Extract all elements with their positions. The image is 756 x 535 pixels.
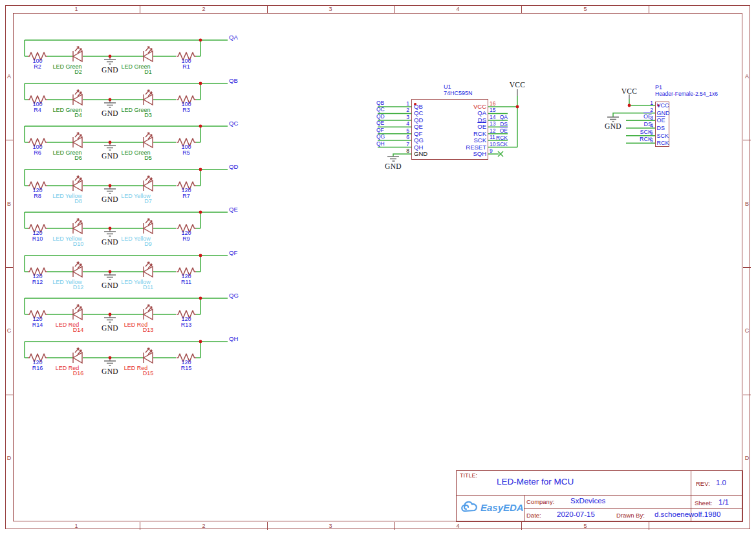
company-value[interactable]: SxDevices	[570, 497, 605, 505]
row-label: A	[744, 73, 750, 80]
led-ref[interactable]: D14	[59, 327, 98, 333]
pin-name: QC	[414, 109, 423, 116]
led-ref[interactable]: D5	[129, 155, 167, 161]
net-label[interactable]: QE	[376, 120, 384, 126]
net-label[interactable]: QD	[229, 163, 238, 170]
resistor-ref[interactable]: R1	[173, 63, 199, 70]
resistor-ref[interactable]: R5	[173, 149, 199, 156]
header-ref[interactable]: P1	[655, 84, 662, 91]
title-block-divider	[524, 508, 743, 509]
led-ref[interactable]: D13	[129, 327, 167, 333]
led-ref[interactable]: D1	[129, 69, 167, 75]
junction-dot	[109, 141, 112, 144]
pin-name: VCC	[657, 102, 669, 109]
ic-ref[interactable]: U1	[444, 83, 451, 90]
pin-number: 11	[490, 134, 500, 140]
pin-name: QF	[414, 130, 422, 137]
led-row[interactable]: QH 120 R16 LED Red D16 GND LED Red D15 1…	[19, 335, 249, 377]
led-ref[interactable]: D9	[129, 241, 167, 247]
sheet-value[interactable]: 1/1	[718, 498, 729, 506]
date-value[interactable]: 2020-07-15	[557, 510, 595, 518]
net-label[interactable]: QE	[229, 206, 238, 213]
led-ref[interactable]: D6	[59, 155, 98, 161]
pin-name: QB	[414, 103, 423, 110]
resistor-ref[interactable]: R9	[173, 235, 199, 242]
net-label[interactable]: RCK	[625, 136, 652, 142]
led-row[interactable]: QG 120 R14 LED Red D14 GND LED Red D13 1…	[19, 292, 249, 333]
resistor-ref[interactable]: R3	[173, 107, 199, 113]
led-ref[interactable]: D10	[59, 241, 98, 247]
led-ref[interactable]: D8	[59, 198, 98, 204]
net-label[interactable]: QF	[229, 249, 237, 256]
vcc-flag-label[interactable]: VCC	[618, 87, 641, 95]
net-label[interactable]: QG	[229, 292, 239, 299]
gnd-flag-label[interactable]: GND	[600, 122, 626, 130]
junction-dot	[199, 340, 202, 343]
rev-value[interactable]: 1.0	[716, 479, 726, 486]
ic-part-name[interactable]: 74HC595N	[444, 90, 473, 96]
pin-number: 9	[490, 147, 500, 154]
drawn-by-value[interactable]: d.schoenewolf.1980	[654, 510, 720, 518]
frame-tick	[521, 5, 522, 13]
resistor-ref[interactable]: R15	[173, 365, 199, 371]
led-row[interactable]: QD 120 R8 LED Yellow D8 GND LED Yellow D…	[19, 163, 249, 204]
header-p1[interactable]: P1 Header-Female-2.54_1x6 VCC GND 1VCC2G…	[595, 81, 747, 155]
net-label[interactable]: QB	[229, 77, 238, 84]
pin-number: 12	[490, 127, 500, 134]
frame-tick	[649, 522, 649, 530]
header-part-name[interactable]: Header-Female-2.54_1x6	[655, 91, 718, 97]
net-label[interactable]: QH	[376, 140, 385, 147]
column-label: 5	[579, 523, 592, 529]
pin-name: SCK	[445, 136, 486, 144]
rev-label: REV:	[696, 480, 710, 487]
frame-tick	[5, 140, 13, 140]
led-ref[interactable]: D4	[59, 112, 98, 118]
net-label[interactable]: QF	[376, 127, 384, 133]
led-ref[interactable]: D7	[129, 198, 167, 204]
pin-number: 13	[490, 120, 500, 127]
led-ref[interactable]: D15	[129, 370, 167, 377]
led-row[interactable]: QE 120 R10 LED Yellow D10 GND LED Yellow…	[19, 206, 249, 247]
pin-number: 1	[400, 100, 409, 107]
pin-number: 2	[400, 107, 409, 113]
net-label[interactable]: QC	[376, 106, 385, 113]
led-ref[interactable]: D16	[59, 370, 98, 377]
sheet-title[interactable]: LED-Meter for MCU	[497, 477, 574, 486]
pin-name: QE	[414, 123, 423, 130]
net-label[interactable]: QD	[376, 113, 385, 120]
junction-dot	[109, 55, 112, 58]
led-ref[interactable]: D12	[59, 284, 98, 290]
junction-dot	[199, 125, 202, 128]
pin-name: RESET	[445, 144, 486, 151]
led-ref[interactable]: D3	[129, 112, 167, 118]
pin-name: VCC	[445, 103, 486, 110]
frame-tick	[140, 5, 140, 13]
vcc-flag-label[interactable]: VCC	[506, 81, 529, 89]
column-label: 1	[70, 523, 83, 529]
led-row[interactable]: QB 100 R4 LED Green D4 GND LED Green D3 …	[19, 77, 249, 118]
net-label[interactable]: QC	[229, 120, 238, 127]
ic-u1-74hc595[interactable]: U1 74HC595N VCC GND QB1QBQC2QCQD3QDQE4QE…	[362, 78, 543, 181]
net-label[interactable]: QA	[229, 34, 238, 41]
net-label[interactable]: QG	[376, 133, 385, 140]
net-label[interactable]: OE	[625, 113, 652, 120]
frame-tick	[743, 395, 751, 395]
led-row[interactable]: QC 100 R6 LED Green D6 GND LED Green D5 …	[19, 120, 249, 161]
sheet-label: Sheet:	[695, 499, 712, 507]
resistor-ref[interactable]: R11	[173, 279, 199, 285]
pin-name: RCK	[657, 140, 669, 146]
net-label[interactable]: DS	[625, 121, 652, 127]
led-ref[interactable]: D2	[59, 69, 98, 75]
net-label[interactable]: SCK	[625, 129, 652, 135]
net-label[interactable]: QB	[376, 100, 384, 106]
led-ref[interactable]: D11	[129, 284, 167, 290]
resistor-ref[interactable]: R13	[173, 322, 199, 328]
net-label[interactable]: QH	[229, 335, 238, 342]
pin-number: 5	[400, 127, 409, 134]
title-block-divider	[524, 495, 524, 522]
gnd-flag-label[interactable]: GND	[380, 162, 406, 170]
resistor-ref[interactable]: R7	[173, 193, 199, 199]
led-row[interactable]: QF 120 R12 LED Yellow D12 GND LED Yellow…	[19, 249, 249, 290]
led-row[interactable]: QA 100 R2 LED Green D2 GND LED Green D1 …	[19, 34, 249, 75]
column-label: 2	[197, 6, 210, 12]
